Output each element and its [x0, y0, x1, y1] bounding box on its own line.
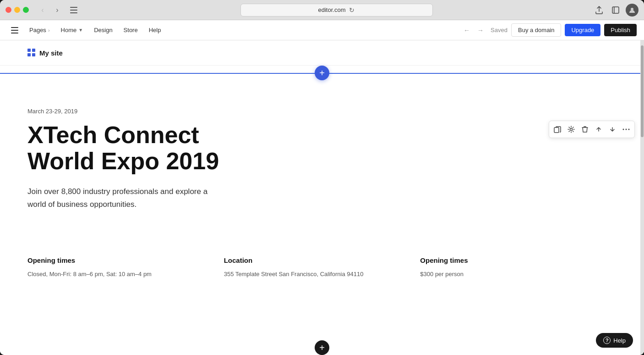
svg-point-12 [626, 129, 627, 130]
pages-nav-item[interactable]: Pages › [24, 24, 55, 36]
breadcrumb-chevron-icon: › [48, 28, 50, 33]
redo-button[interactable]: → [474, 24, 487, 37]
share-button[interactable] [593, 4, 606, 17]
saved-status: Saved [491, 27, 508, 33]
info-col-2-text: $300 per person [420, 270, 598, 279]
svg-rect-8 [11, 33, 18, 33]
info-col-0-title: Opening times [27, 256, 206, 264]
event-date: March 23-29, 2019 [27, 108, 617, 115]
svg-point-11 [623, 129, 624, 130]
info-col-1-text: 355 Template Street San Francisco, Calif… [224, 270, 402, 279]
sidebar-toggle-button[interactable] [67, 4, 80, 17]
dropdown-arrow-icon: ▼ [78, 28, 83, 33]
add-section-button-bottom[interactable]: + [315, 340, 329, 355]
forward-button[interactable]: › [51, 4, 64, 17]
info-col-0: Opening times Closed, Mon-Fri: 8 am–6 pm… [27, 256, 224, 279]
event-title-line1: XTech Connect [27, 122, 199, 148]
design-nav-item[interactable]: Design [88, 24, 118, 36]
move-up-button[interactable] [592, 123, 605, 136]
minimize-window-button[interactable] [14, 7, 20, 13]
traffic-lights [5, 7, 29, 13]
menu-button[interactable] [7, 23, 22, 38]
address-bar[interactable]: editor.com ↻ [240, 4, 433, 17]
tab-view-button[interactable] [609, 4, 622, 17]
svg-point-10 [570, 128, 573, 131]
svg-rect-0 [70, 7, 77, 8]
event-title-line2: World Expo 2019 [27, 148, 219, 174]
site-name: My site [39, 49, 63, 57]
more-options-button[interactable] [620, 123, 633, 136]
help-button[interactable]: ? Help [596, 333, 633, 348]
add-section-button-top[interactable]: + [315, 66, 329, 80]
editor-canvas: My site + [0, 40, 644, 355]
event-title: XTech Connect World Expo 2019 [27, 122, 257, 174]
fullscreen-window-button[interactable] [23, 7, 29, 13]
settings-block-button[interactable] [565, 123, 578, 136]
info-col-1: Location 355 Template Street San Francis… [224, 256, 420, 279]
svg-rect-7 [11, 30, 18, 31]
svg-rect-2 [70, 12, 77, 13]
scrollbar[interactable] [640, 40, 644, 355]
info-columns: Opening times Closed, Mon-Fri: 8 am–6 pm… [0, 229, 644, 298]
site-logo-icon [27, 49, 36, 57]
site-logo[interactable]: My site [27, 49, 63, 57]
svg-rect-6 [11, 27, 18, 28]
block-actions-toolbar [549, 121, 635, 138]
home-nav-item[interactable]: Home ▼ [55, 24, 89, 36]
store-nav-item[interactable]: Store [118, 24, 143, 36]
refresh-button[interactable]: ↻ [349, 6, 355, 14]
svg-rect-3 [612, 7, 619, 13]
hero-section: March 23-29, 2019 XTech Connect World Ex… [0, 80, 644, 229]
undo-button[interactable]: ← [460, 24, 473, 37]
event-description: Join over 8,800 industry professionals a… [27, 185, 220, 210]
info-col-2: Opening times $300 per person [420, 256, 617, 279]
svg-rect-1 [70, 10, 77, 11]
back-button[interactable]: ‹ [36, 4, 49, 17]
svg-rect-4 [614, 7, 615, 13]
breadcrumb-nav: Pages › Home ▼ Design Store Help [24, 24, 166, 36]
site-header: My site [0, 40, 644, 66]
help-button-label: Help [613, 337, 626, 344]
add-section-strip-top: + [0, 66, 644, 80]
home-label: Home [61, 27, 77, 33]
duplicate-block-button[interactable] [551, 123, 564, 136]
help-circle-icon: ? [603, 337, 611, 344]
close-window-button[interactable] [5, 7, 11, 13]
upgrade-button[interactable]: Upgrade [565, 24, 600, 36]
url-text: editor.com [318, 6, 346, 13]
help-nav-item[interactable]: Help [143, 24, 167, 36]
editor-toolbar: Pages › Home ▼ Design Store Help ← → [0, 20, 644, 40]
publish-button[interactable]: Publish [604, 24, 637, 36]
info-col-0-text: Closed, Mon-Fri: 8 am–6 pm, Sat: 10 am–4… [27, 270, 206, 279]
scrollbar-thumb[interactable] [641, 45, 644, 137]
user-avatar[interactable] [626, 4, 639, 17]
buy-domain-button[interactable]: Buy a domain [511, 23, 562, 37]
info-col-1-title: Location [224, 256, 402, 264]
info-col-2-title: Opening times [420, 256, 598, 264]
move-down-button[interactable] [606, 123, 619, 136]
help-label: Help [149, 27, 161, 33]
svg-point-13 [628, 129, 630, 130]
design-label: Design [94, 27, 112, 33]
add-section-strip-bottom: + [0, 340, 644, 355]
store-label: Store [124, 27, 138, 33]
delete-block-button[interactable] [579, 123, 591, 136]
svg-rect-9 [554, 128, 559, 133]
toolbar-right: ← → Saved Buy a domain Upgrade Publish [460, 23, 637, 37]
pages-label: Pages [29, 27, 46, 33]
